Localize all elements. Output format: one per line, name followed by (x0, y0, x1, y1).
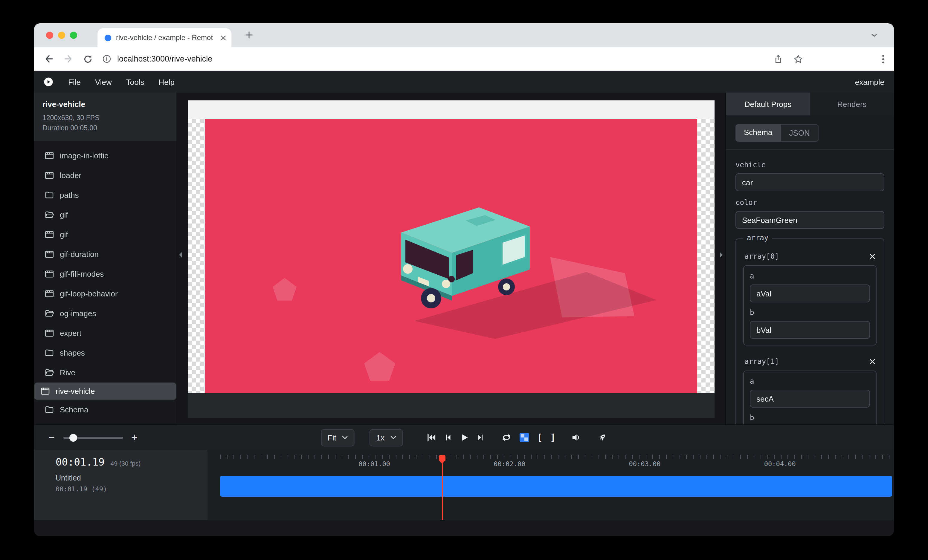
props-panel: Default Props Renders Schema JSON vehicl… (725, 93, 894, 425)
collapse-right-icon[interactable] (719, 252, 723, 258)
url-field[interactable]: localhost:3000/rive-vehicle (102, 55, 764, 63)
prop-input-a[interactable]: aVal (750, 285, 870, 303)
sidebar-item-paths[interactable]: paths (34, 185, 176, 205)
back-icon[interactable] (44, 54, 54, 64)
film-icon (45, 290, 54, 298)
sidebar-item-schema[interactable]: Schema (34, 400, 176, 420)
sidebar-item-gif-loop-behavior[interactable]: gif-loop-behavior (34, 284, 176, 304)
tab-renders[interactable]: Renders (810, 93, 894, 115)
out-point-button[interactable]: ] (550, 432, 556, 443)
menu-help[interactable]: Help (152, 75, 182, 89)
tab-default-props[interactable]: Default Props (726, 93, 810, 115)
play-button[interactable] (460, 433, 469, 442)
zoom-in-button[interactable]: + (131, 432, 137, 443)
sidebar-item-gif-folder[interactable]: gif (34, 205, 176, 225)
preview-canvas (176, 93, 725, 425)
sidebar-item-label: og-images (60, 309, 96, 318)
prop-input-color[interactable]: SeaFoamGreen (736, 211, 884, 229)
array-item-label: array[0] (745, 252, 779, 260)
menu-tools[interactable]: Tools (120, 75, 151, 89)
prop-label-b: b (750, 414, 870, 423)
sidebar-item-label: gif-duration (60, 250, 99, 259)
film-icon (45, 329, 54, 337)
sidebar-item-label: gif-loop-behavior (60, 289, 118, 298)
next-frame-button[interactable] (476, 433, 485, 442)
composition-duration: Duration 00:05.00 (43, 123, 168, 133)
timeline-track-bar[interactable] (220, 476, 892, 497)
minimize-window-button[interactable] (58, 32, 65, 39)
remove-array-item-0-button[interactable] (869, 253, 875, 259)
volume-button[interactable] (572, 433, 581, 442)
film-icon (45, 270, 54, 278)
folder-icon (45, 191, 54, 199)
zoom-slider[interactable] (63, 437, 123, 438)
prop-value: car (742, 178, 753, 187)
sidebar-item-expert[interactable]: expert (34, 323, 176, 343)
new-tab-button[interactable] (244, 30, 253, 40)
zoom-out-button[interactable]: − (49, 432, 55, 443)
browser-window: rive-vehicle / example - Remot (34, 23, 894, 536)
address-bar: localhost:3000/rive-vehicle (34, 47, 894, 71)
timeline: 00:01.19 49 (30 fps) Untitled 00:01.19 (… (34, 450, 894, 520)
collapse-left-icon[interactable] (178, 252, 182, 258)
playback-speed-select[interactable]: 1x (370, 429, 403, 446)
remotion-logo-icon[interactable] (44, 77, 53, 87)
sidebar-item-loader[interactable]: loader (34, 166, 176, 185)
close-window-button[interactable] (46, 32, 53, 39)
prop-input-a[interactable]: secA (750, 390, 870, 408)
skip-to-start-button[interactable] (426, 433, 436, 442)
folder-open-icon (45, 310, 54, 317)
playhead-pin[interactable] (439, 455, 446, 464)
subtab-schema[interactable]: Schema (736, 124, 781, 142)
transport-controls: Fit 1x (321, 425, 607, 450)
array-group-label: array (743, 234, 772, 242)
film-icon (41, 387, 50, 395)
overflow-menu-icon[interactable] (882, 54, 884, 64)
prop-label-b: b (750, 308, 870, 317)
film-icon (45, 152, 54, 160)
sidebar-item-shapes[interactable]: shapes (34, 343, 176, 363)
current-frame-display: 49 (30 fps) (111, 460, 140, 467)
site-info-icon[interactable] (102, 55, 111, 63)
forward-icon[interactable] (63, 54, 73, 64)
sidebar-item-label: Schema (60, 405, 88, 414)
tab-search-chevron-icon[interactable] (870, 31, 878, 40)
tab-close-icon[interactable] (221, 35, 226, 40)
menu-file[interactable]: File (62, 75, 87, 89)
transparency-toggle[interactable] (520, 433, 529, 442)
bookmark-star-icon[interactable] (794, 54, 803, 64)
fullscreen-window-button[interactable] (70, 32, 77, 39)
sidebar-item-gif[interactable]: gif (34, 225, 176, 245)
favicon-icon (105, 34, 111, 41)
fit-select[interactable]: Fit (321, 429, 355, 446)
share-icon[interactable] (774, 54, 783, 64)
remove-array-item-1-button[interactable] (869, 359, 875, 365)
sidebar-item-gif-duration[interactable]: gif-duration (34, 245, 176, 264)
stage-top-band (188, 100, 714, 119)
prop-input-vehicle[interactable]: car (736, 173, 884, 191)
composition-stage (188, 100, 714, 418)
playhead-line[interactable] (442, 455, 443, 520)
film-icon (45, 231, 54, 239)
menu-view[interactable]: View (89, 75, 118, 89)
sidebar-item-rive-vehicle[interactable]: rive-vehicle (34, 382, 176, 400)
sidebar-item-rive[interactable]: Rive (34, 363, 176, 382)
browser-tab[interactable]: rive-vehicle / example - Remot (98, 28, 231, 47)
render-rocket-button[interactable] (597, 433, 607, 442)
film-icon (45, 250, 54, 258)
timeline-ruler-area[interactable]: 00:01.00 00:02.00 00:03.00 00:04.00 (208, 450, 894, 520)
loop-toggle[interactable] (501, 433, 512, 442)
sidebar-item-gif-fill-modes[interactable]: gif-fill-modes (34, 264, 176, 284)
zoom-slider-knob[interactable] (69, 434, 77, 441)
subtab-json[interactable]: JSON (781, 124, 818, 142)
sidebar-item-image-in-lottie[interactable]: image-in-lottie (34, 146, 176, 166)
in-point-button[interactable]: [ (537, 432, 542, 443)
prop-input-b[interactable]: bVal (750, 321, 870, 339)
main-area: rive-vehicle 1200x630, 30 FPS Duration 0… (34, 93, 894, 425)
chevron-down-icon (342, 436, 348, 439)
sidebar-item-label: Rive (60, 368, 75, 377)
reload-icon[interactable] (83, 54, 93, 64)
sidebar-item-og-images[interactable]: og-images (34, 304, 176, 323)
prop-label-vehicle: vehicle (736, 161, 884, 170)
previous-frame-button[interactable] (444, 433, 452, 442)
